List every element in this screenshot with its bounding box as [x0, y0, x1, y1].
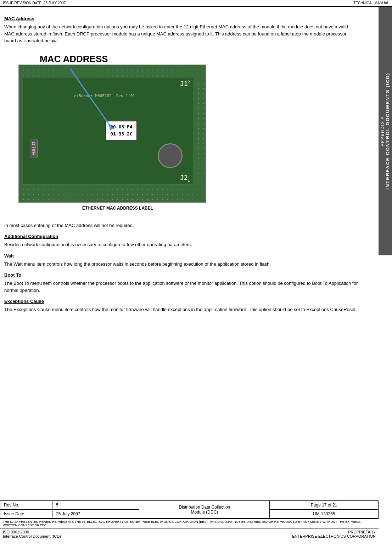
doc-number-cell: UM-130365 [270, 510, 379, 519]
boot-to-title: Boot To [4, 272, 359, 278]
pcb-background: etBurner M005282 'Rev 1.01 J12 J21 HALO … [19, 65, 206, 202]
header-right: TECHNICAL MANUAL [353, 1, 389, 5]
main-content: MAC Address When changing any of the net… [0, 7, 379, 320]
side-tab-text: APPENDIX A INTERFACE CONTROL DOCUMENTS (… [380, 73, 391, 189]
footer-table: Rev No. 5 Distribution Data CollectionMo… [0, 500, 379, 519]
header-left: ISSUE/REVISION DATE: 25 JULY 2007 [3, 1, 66, 5]
iso-right: PROPRIETARYENTERPRISE ELECTRONICS CORPOR… [292, 530, 376, 538]
issue-date-value-cell: 25 July 2007 [52, 510, 139, 519]
rev-no-label-cell: Rev No. [0, 501, 52, 510]
exceptions-cause-body: The Exceptions Cause menu item controls … [4, 306, 359, 313]
wait-body: The Wait menu item controls how long the… [4, 261, 359, 268]
iso-left: ISO 9001:2000Interface Control Document … [3, 530, 61, 538]
footer-bottom: ISO 9001:2000Interface Control Document … [0, 528, 379, 540]
footer-disclaimer: THE DATA PRESENTED HEREIN REPRESENTS THE… [0, 519, 379, 528]
halo-chip: HALO [30, 140, 38, 157]
boot-to-body: The Boot To menu item controls whether t… [4, 280, 359, 294]
mac-image-wrapper: MAC ADDRESS etBurner M005282 'Rev 1.01 [18, 48, 359, 222]
pcb-dots-right [194, 79, 205, 184]
mac-address-body2: In most cases entering of the MAC addres… [4, 222, 359, 229]
mac-image-container: MAC ADDRESS etBurner M005282 'Rev 1.01 [18, 54, 217, 216]
mac-value1: 00-03-F4 [110, 123, 133, 131]
mac-address-image-label: MAC ADDRESS [40, 54, 217, 65]
mac-address-title: MAC Address [4, 16, 359, 21]
distribution-cell: Distribution Data CollectionModule (DDC) [139, 501, 270, 519]
j2-label: J21 [180, 174, 190, 182]
exceptions-cause-title: Exceptions Cause [4, 299, 359, 304]
footer-area: Rev No. 5 Distribution Data CollectionMo… [0, 500, 379, 540]
additional-config-body: Besides network configuration it is nece… [4, 241, 359, 248]
side-tab: APPENDIX A INTERFACE CONTROL DOCUMENTS (… [379, 7, 392, 255]
rev-no-value-cell: 5 [52, 501, 139, 510]
pcb-text: etBurner M005282 'Rev 1.01 [74, 94, 135, 98]
top-header: ISSUE/REVISION DATE: 25 JULY 2007 TECHNI… [0, 0, 392, 7]
mac-address-body1: When changing any of the network configu… [4, 23, 359, 44]
page-label-cell: Page 17 of 21 [270, 501, 379, 510]
pcb-dots-bottom [19, 185, 206, 201]
appendix-label: APPENDIX A [380, 73, 385, 189]
mac-value2: 01-33-2C [110, 131, 133, 138]
pcb-dots-top [19, 66, 206, 77]
circuit-board-image: etBurner M005282 'Rev 1.01 J12 J21 HALO … [18, 65, 206, 203]
large-circle [158, 143, 183, 168]
mac-label-box: 00-03-F4 01-33-2C [105, 121, 137, 141]
j1-label: J12 [180, 80, 190, 87]
additional-config-title: Additional Configuration [4, 234, 359, 239]
wait-title: Wait [4, 253, 359, 259]
icd-label: INTERFACE CONTROL DOCUMENTS (ICD) [385, 73, 391, 189]
figure-caption: ETHERNET MAC ADDRESS LABEL [18, 206, 217, 211]
footer-row-1: Rev No. 5 Distribution Data CollectionMo… [0, 501, 379, 510]
issue-date-label-cell: Issue Date [0, 510, 52, 519]
